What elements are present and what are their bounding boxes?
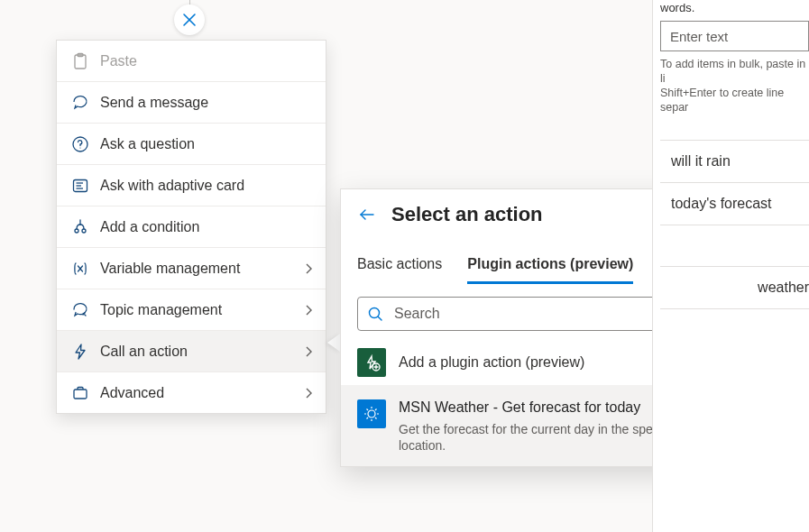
message-icon <box>69 92 91 114</box>
advanced-icon <box>69 382 91 404</box>
svg-line-33 <box>367 417 369 419</box>
phrase-entry[interactable] <box>660 225 809 267</box>
search-icon <box>367 306 383 322</box>
menu-label: Paste <box>100 53 313 69</box>
svg-rect-2 <box>75 55 86 69</box>
trigger-phrases-panel: words. Enter text To add items in bulk, … <box>652 0 809 532</box>
menu-label: Send a message <box>100 95 313 111</box>
close-node-button[interactable] <box>174 5 205 35</box>
menu-item-adaptive-card[interactable]: Ask with adaptive card <box>57 165 326 206</box>
chevron-right-icon <box>304 345 313 358</box>
phrase-text: today's forecast <box>671 196 772 211</box>
phrase-entry[interactable]: will it rain <box>660 140 809 183</box>
svg-line-30 <box>367 409 369 411</box>
x-icon <box>181 12 198 28</box>
menu-label: Ask with adaptive card <box>100 178 313 194</box>
phrase-entry[interactable]: today's forecast <box>660 183 809 225</box>
chevron-right-icon <box>304 304 313 316</box>
menu-label: Ask a question <box>100 136 313 152</box>
svg-point-10 <box>75 229 78 233</box>
menu-item-ask-question[interactable]: Ask a question <box>57 124 326 164</box>
add-plugin-icon <box>357 348 386 377</box>
svg-line-32 <box>375 409 377 411</box>
svg-point-11 <box>82 229 86 233</box>
intro-tail: words. <box>660 0 809 15</box>
adaptive-card-icon <box>69 175 91 197</box>
tab-basic-actions[interactable]: Basic actions <box>357 256 442 284</box>
menu-label: Advanced <box>100 385 304 401</box>
svg-point-5 <box>79 147 80 148</box>
add-plugin-label: Add a plugin action (preview) <box>399 354 584 371</box>
chevron-right-icon <box>304 387 313 399</box>
phrase-text: weather <box>758 280 809 295</box>
menu-label: Variable management <box>100 261 304 277</box>
svg-line-31 <box>375 417 377 419</box>
menu-item-add-condition[interactable]: Add a condition <box>57 206 326 247</box>
paste-icon <box>69 50 91 72</box>
phrase-input[interactable]: Enter text <box>660 21 809 51</box>
weather-icon <box>357 399 386 428</box>
svg-point-25 <box>368 410 375 417</box>
phrase-text: will it rain <box>671 153 731 169</box>
help-text: To add items in bulk, paste in liShift+E… <box>660 57 809 115</box>
svg-line-20 <box>378 316 382 320</box>
callout-pointer <box>327 334 340 352</box>
phrase-input-placeholder: Enter text <box>670 29 728 44</box>
question-icon <box>69 133 91 155</box>
menu-item-advanced[interactable]: Advanced <box>57 372 326 413</box>
menu-label: Add a condition <box>100 219 313 235</box>
condition-icon <box>69 216 91 238</box>
chevron-right-icon <box>304 262 313 275</box>
topic-icon <box>69 299 91 321</box>
action-icon <box>69 341 91 362</box>
tab-plugin-actions[interactable]: Plugin actions (preview) <box>467 256 633 284</box>
menu-label: Topic management <box>100 302 304 318</box>
menu-item-send-message[interactable]: Send a message <box>57 82 326 123</box>
menu-item-call-action[interactable]: Call an action <box>57 331 326 371</box>
variable-icon <box>69 258 91 280</box>
svg-marker-14 <box>76 344 85 359</box>
svg-rect-15 <box>74 390 87 399</box>
context-menu: Paste Send a message Ask a question <box>56 40 326 414</box>
menu-item-paste: Paste <box>57 41 326 81</box>
menu-item-variable-management[interactable]: Variable management <box>57 248 326 289</box>
menu-item-topic-management[interactable]: Topic management <box>57 289 326 330</box>
phrase-entry[interactable]: weather <box>660 267 809 309</box>
back-button[interactable] <box>357 205 377 225</box>
menu-label: Call an action <box>100 344 304 360</box>
